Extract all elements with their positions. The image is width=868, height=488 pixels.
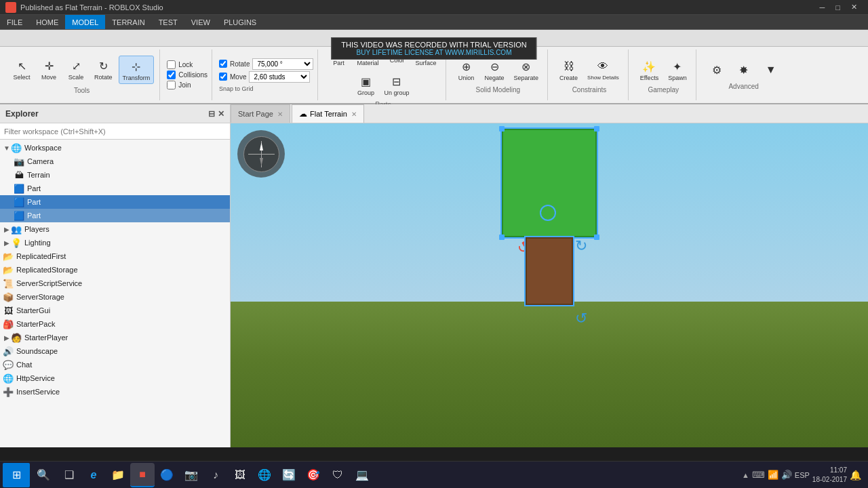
terrain-label: Terrain [27,171,50,179]
gameplay-label: Gameplay [648,86,679,94]
move-snap-checkbox[interactable] [219,73,227,81]
taskbar-search-button[interactable]: 🔍 [31,465,56,485]
chrome-button[interactable]: 🔵 [155,463,179,487]
gameplay-group: ✨ Effects ✦ Spawn Gameplay [631,49,696,100]
tree-item-server-script-service[interactable]: 📜 ServerScriptService [0,277,230,290]
tree-item-replicated-first[interactable]: 📂 ReplicatedFirst [0,249,230,263]
menu-view[interactable]: VIEW [184,15,217,29]
tree-item-part2[interactable]: 🟦 Part [0,195,230,209]
shield-button[interactable]: 🛡 [326,463,350,487]
starter-player-icon: 🧑 [11,332,22,343]
show-details-button[interactable]: 👁 Show Details [584,56,623,83]
menu-model[interactable]: MODEL [65,15,105,29]
advanced-settings-button[interactable]: ⚙ [705,60,729,80]
music-button[interactable]: ♪ [203,463,228,487]
tree-item-starter-player[interactable]: ▶ 🧑 StarterPlayer [0,331,230,344]
taskbar-notification-icon[interactable]: 🔔 [850,470,861,481]
rotate-snap-select[interactable]: 75,000 ° 45,000 ° 90,000 ° [252,58,313,70]
explorer-sidebar: Explorer ⊟ ✕ ▼ 🌐 Workspace 📷 Camera [0,104,231,447]
maximize-button[interactable]: □ [830,3,846,12]
viewport-3d[interactable]: ▲ ↺ ↻ ↺ [231,123,868,447]
tab-flat-terrain[interactable]: ☁ Flat Terrain ✕ [292,104,364,123]
tree-item-replicated-storage[interactable]: 📂 ReplicatedStorage [0,263,230,277]
select-button[interactable]: ↖ Select [9,56,34,84]
photos-button[interactable]: 🖼 [228,463,252,487]
tree-item-part3[interactable]: 🟦 Part [0,209,230,222]
roblox-studio-taskbar-button[interactable]: ■ [130,463,155,487]
menu-home[interactable]: HOME [29,15,65,29]
taskbar-volume-icon[interactable]: 🔊 [781,470,792,480]
taskbar-clock[interactable]: 11:07 18-02-2017 [812,466,847,485]
create-button[interactable]: ⛓ Create [556,56,581,83]
menu-file[interactable]: FILE [0,15,29,29]
effects-button[interactable]: ✨ Effects [637,56,662,83]
explorer-filter-icon[interactable]: ⊟ [208,109,215,119]
filter-input[interactable] [4,127,226,136]
lock-group: Lock Collisions Join [163,49,212,100]
tree-item-lighting[interactable]: ▶ 💡 Lighting [0,236,230,249]
minimize-button[interactable]: ─ [814,3,831,12]
menu-plugins[interactable]: PLUGINS [217,15,263,29]
tree-item-insert-service[interactable]: ➕ InsertService [0,385,230,399]
trial-line2: BUY LIFETIME LICENSE AT WWW.MIRILLIS.COM [341,49,526,56]
players-icon: 👥 [11,224,22,235]
start-page-tab-close[interactable]: ✕ [277,110,283,118]
scale-button[interactable]: ⤢ Scale [64,56,88,84]
advanced-extra-button[interactable]: ▼ [759,60,783,80]
taskbar-language[interactable]: ESP [795,471,810,479]
tree-item-soundscape[interactable]: 🔊 Soundscape [0,344,230,358]
explorer-header: Explorer ⊟ ✕ [0,104,230,123]
move-button[interactable]: ✛ Move [37,56,61,84]
tree-item-server-storage[interactable]: 📦 ServerStorage [0,290,230,304]
tree-item-camera[interactable]: 📷 Camera [0,155,230,168]
menu-test[interactable]: TEST [152,15,184,29]
tab-start-page[interactable]: Start Page ✕ [231,104,290,123]
edge-button[interactable]: e [81,463,106,487]
group-button[interactable]: ▣ Group [353,71,378,98]
sync-button[interactable]: 🔄 [277,463,301,487]
chat-icon: 💬 [3,359,14,370]
titlebar-title: Published as Flat Terrain - ROBLOX Studi… [20,3,163,12]
tree-item-part1[interactable]: 🟦 Part [0,182,230,195]
rotate-button[interactable]: ↻ Rotate [91,56,116,84]
rotate-snap-row: Rotate 75,000 ° 45,000 ° 90,000 ° [219,58,313,70]
browser-button[interactable]: 🌐 [252,463,277,487]
tree-item-terrain[interactable]: 🏔 Terrain [0,168,230,182]
tree-item-starter-pack[interactable]: 🎒 StarterPack [0,317,230,331]
transform-button[interactable]: ⊹ Transform [119,56,155,84]
rotate-snap-checkbox[interactable] [219,60,227,68]
corner-handle-tl [499,126,505,131]
titlebar: Published as Flat Terrain - ROBLOX Studi… [0,0,868,15]
file-explorer-button[interactable]: 📁 [106,463,130,487]
start-page-tab-label: Start Page [238,110,273,118]
tree-item-starter-gui[interactable]: 🖼 StarterGui [0,304,230,317]
taskbar-chevron-icon[interactable]: ▲ [742,471,749,479]
flat-terrain-tab-close[interactable]: ✕ [351,110,357,118]
negate-button[interactable]: ⊖ Negate [481,56,508,83]
move-snap-select[interactable]: 2,60 studs 1 stud 5 studs [249,71,310,83]
constraints-group: ⛓ Create 👁 Show Details Constraints [551,49,629,100]
tree-item-chat[interactable]: 💬 Chat [0,358,230,371]
separate-button[interactable]: ⊗ Separate [511,56,542,83]
advanced-star-button[interactable]: ✸ [732,60,756,80]
pc-button[interactable]: 💻 [350,463,374,487]
replicated-first-icon: 📂 [3,251,14,262]
tree-item-players[interactable]: ▶ 👥 Players [0,222,230,236]
explorer-close-icon[interactable]: ✕ [218,109,224,119]
rotate-icon: ↻ [95,58,111,74]
menu-terrain[interactable]: TERRAIN [105,15,151,29]
camera-button[interactable]: 📷 [179,463,203,487]
tree-item-http-service[interactable]: 🌐 HttpService [0,371,230,385]
union-button[interactable]: ⊕ Union [454,56,479,83]
start-button[interactable]: ⊞ [3,463,30,487]
task-view-button[interactable]: ❑ [57,463,81,487]
close-button[interactable]: ✕ [846,3,863,12]
collisions-checkbox[interactable] [167,70,176,79]
target-button[interactable]: 🎯 [301,463,326,487]
ungroup-button[interactable]: ⊟ Un group [380,71,412,98]
spawn-button[interactable]: ✦ Spawn [665,56,690,83]
join-checkbox[interactable] [167,81,176,89]
tree-item-workspace[interactable]: ▼ 🌐 Workspace [0,141,230,155]
lock-checkbox[interactable] [167,60,176,69]
brown-block[interactable] [526,237,573,305]
